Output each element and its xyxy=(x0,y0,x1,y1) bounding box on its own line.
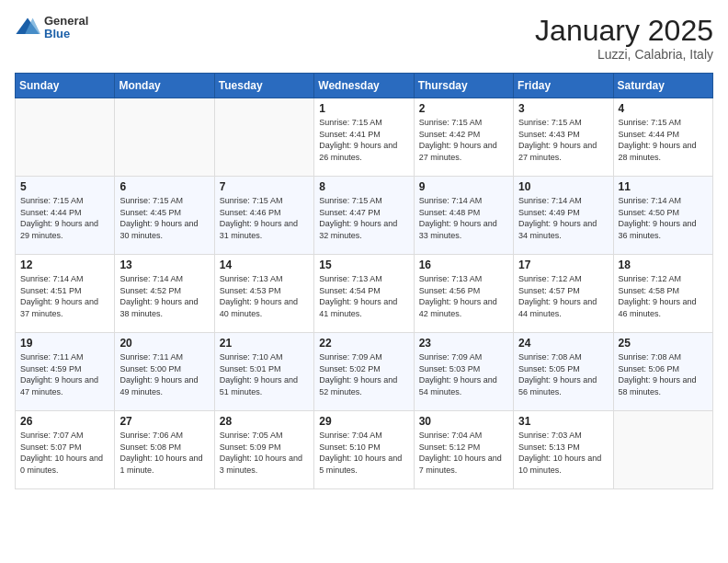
day-number: 2 xyxy=(419,102,508,115)
calendar-cell: 4Sunrise: 7:15 AM Sunset: 4:44 PM Daylig… xyxy=(613,98,712,177)
day-info: Sunrise: 7:15 AM Sunset: 4:46 PM Dayligh… xyxy=(220,195,309,241)
calendar-cell: 14Sunrise: 7:13 AM Sunset: 4:53 PM Dayli… xyxy=(214,255,313,333)
day-number: 7 xyxy=(220,180,309,193)
day-number: 13 xyxy=(119,259,209,271)
weekday-header-tuesday: Tuesday xyxy=(214,74,313,98)
calendar-cell: 10Sunrise: 7:14 AM Sunset: 4:49 PM Dayli… xyxy=(514,177,613,255)
day-number: 14 xyxy=(220,259,309,271)
calendar-cell: 21Sunrise: 7:10 AM Sunset: 5:01 PM Dayli… xyxy=(214,333,313,411)
calendar-cell: 12Sunrise: 7:14 AM Sunset: 4:51 PM Dayli… xyxy=(16,255,115,333)
location: Luzzi, Calabria, Italy xyxy=(535,47,713,62)
day-number: 31 xyxy=(518,415,608,428)
day-info: Sunrise: 7:09 AM Sunset: 5:02 PM Dayligh… xyxy=(319,351,408,397)
logo-general: General xyxy=(44,15,88,28)
day-number: 10 xyxy=(518,180,608,193)
calendar-cell: 29Sunrise: 7:04 AM Sunset: 5:10 PM Dayli… xyxy=(314,411,414,489)
day-info: Sunrise: 7:15 AM Sunset: 4:44 PM Dayligh… xyxy=(619,117,708,163)
day-number: 23 xyxy=(419,337,508,350)
day-info: Sunrise: 7:07 AM Sunset: 5:07 PM Dayligh… xyxy=(20,430,109,476)
day-info: Sunrise: 7:12 AM Sunset: 4:58 PM Dayligh… xyxy=(619,273,708,319)
day-info: Sunrise: 7:11 AM Sunset: 4:59 PM Dayligh… xyxy=(20,351,109,397)
calendar-cell: 16Sunrise: 7:13 AM Sunset: 4:56 PM Dayli… xyxy=(414,255,513,333)
calendar-cell: 15Sunrise: 7:13 AM Sunset: 4:54 PM Dayli… xyxy=(314,255,414,333)
day-info: Sunrise: 7:14 AM Sunset: 4:49 PM Dayligh… xyxy=(518,195,608,241)
calendar-cell: 27Sunrise: 7:06 AM Sunset: 5:08 PM Dayli… xyxy=(115,411,214,489)
day-number: 4 xyxy=(619,102,708,115)
calendar-cell: 9Sunrise: 7:14 AM Sunset: 4:48 PM Daylig… xyxy=(414,177,513,255)
logo-text: General Blue xyxy=(44,15,88,41)
day-number: 18 xyxy=(619,259,708,271)
day-info: Sunrise: 7:15 AM Sunset: 4:44 PM Dayligh… xyxy=(20,195,109,241)
week-row-4: 19Sunrise: 7:11 AM Sunset: 4:59 PM Dayli… xyxy=(16,333,713,411)
day-info: Sunrise: 7:15 AM Sunset: 4:45 PM Dayligh… xyxy=(119,195,209,241)
calendar-cell: 7Sunrise: 7:15 AM Sunset: 4:46 PM Daylig… xyxy=(214,177,313,255)
calendar-cell: 30Sunrise: 7:04 AM Sunset: 5:12 PM Dayli… xyxy=(414,411,513,489)
calendar-cell: 6Sunrise: 7:15 AM Sunset: 4:45 PM Daylig… xyxy=(115,177,214,255)
calendar-cell: 25Sunrise: 7:08 AM Sunset: 5:06 PM Dayli… xyxy=(613,333,712,411)
day-info: Sunrise: 7:15 AM Sunset: 4:47 PM Dayligh… xyxy=(319,195,408,241)
day-info: Sunrise: 7:05 AM Sunset: 5:09 PM Dayligh… xyxy=(220,430,309,476)
day-info: Sunrise: 7:13 AM Sunset: 4:53 PM Dayligh… xyxy=(220,273,309,319)
day-info: Sunrise: 7:15 AM Sunset: 4:41 PM Dayligh… xyxy=(319,117,408,163)
day-number: 29 xyxy=(319,415,408,428)
logo: General Blue xyxy=(15,15,88,41)
month-title: January 2025 xyxy=(535,15,713,47)
day-info: Sunrise: 7:12 AM Sunset: 4:57 PM Dayligh… xyxy=(518,273,608,319)
day-number: 26 xyxy=(20,415,109,428)
day-info: Sunrise: 7:14 AM Sunset: 4:51 PM Dayligh… xyxy=(20,273,109,319)
day-number: 3 xyxy=(518,102,608,115)
day-number: 19 xyxy=(20,337,109,350)
day-number: 9 xyxy=(419,180,508,193)
weekday-header-row: SundayMondayTuesdayWednesdayThursdayFrid… xyxy=(16,74,713,98)
day-info: Sunrise: 7:08 AM Sunset: 5:06 PM Dayligh… xyxy=(619,351,708,397)
weekday-header-monday: Monday xyxy=(115,74,214,98)
week-row-3: 12Sunrise: 7:14 AM Sunset: 4:51 PM Dayli… xyxy=(16,255,713,333)
calendar-table: SundayMondayTuesdayWednesdayThursdayFrid… xyxy=(15,73,713,489)
day-number: 1 xyxy=(319,102,408,115)
calendar-cell xyxy=(613,411,712,489)
weekday-header-thursday: Thursday xyxy=(414,74,513,98)
day-info: Sunrise: 7:03 AM Sunset: 5:13 PM Dayligh… xyxy=(518,430,608,476)
day-info: Sunrise: 7:08 AM Sunset: 5:05 PM Dayligh… xyxy=(518,351,608,397)
day-info: Sunrise: 7:13 AM Sunset: 4:56 PM Dayligh… xyxy=(419,273,508,319)
day-number: 24 xyxy=(518,337,608,350)
day-number: 6 xyxy=(119,180,209,193)
weekday-header-friday: Friday xyxy=(514,74,613,98)
title-area: January 2025 Luzzi, Calabria, Italy xyxy=(535,15,713,62)
day-info: Sunrise: 7:04 AM Sunset: 5:10 PM Dayligh… xyxy=(319,430,408,476)
day-number: 30 xyxy=(419,415,508,428)
weekday-header-sunday: Sunday xyxy=(16,74,115,98)
day-number: 17 xyxy=(518,259,608,271)
day-info: Sunrise: 7:13 AM Sunset: 4:54 PM Dayligh… xyxy=(319,273,408,319)
day-info: Sunrise: 7:15 AM Sunset: 4:42 PM Dayligh… xyxy=(419,117,508,163)
day-number: 28 xyxy=(220,415,309,428)
day-info: Sunrise: 7:14 AM Sunset: 4:52 PM Dayligh… xyxy=(119,273,209,319)
day-info: Sunrise: 7:14 AM Sunset: 4:48 PM Dayligh… xyxy=(419,195,508,241)
calendar-cell: 31Sunrise: 7:03 AM Sunset: 5:13 PM Dayli… xyxy=(514,411,613,489)
week-row-5: 26Sunrise: 7:07 AM Sunset: 5:07 PM Dayli… xyxy=(16,411,713,489)
calendar-cell: 26Sunrise: 7:07 AM Sunset: 5:07 PM Dayli… xyxy=(16,411,115,489)
day-info: Sunrise: 7:10 AM Sunset: 5:01 PM Dayligh… xyxy=(220,351,309,397)
calendar-cell: 19Sunrise: 7:11 AM Sunset: 4:59 PM Dayli… xyxy=(16,333,115,411)
day-number: 12 xyxy=(20,259,109,271)
day-info: Sunrise: 7:06 AM Sunset: 5:08 PM Dayligh… xyxy=(119,430,209,476)
weekday-header-saturday: Saturday xyxy=(613,74,712,98)
week-row-2: 5Sunrise: 7:15 AM Sunset: 4:44 PM Daylig… xyxy=(16,177,713,255)
calendar-cell: 17Sunrise: 7:12 AM Sunset: 4:57 PM Dayli… xyxy=(514,255,613,333)
calendar-cell: 1Sunrise: 7:15 AM Sunset: 4:41 PM Daylig… xyxy=(314,98,414,177)
calendar-cell xyxy=(16,98,115,177)
weekday-header-wednesday: Wednesday xyxy=(314,74,414,98)
day-info: Sunrise: 7:04 AM Sunset: 5:12 PM Dayligh… xyxy=(419,430,508,476)
day-info: Sunrise: 7:09 AM Sunset: 5:03 PM Dayligh… xyxy=(419,351,508,397)
calendar-cell: 20Sunrise: 7:11 AM Sunset: 5:00 PM Dayli… xyxy=(115,333,214,411)
day-number: 11 xyxy=(619,180,708,193)
calendar-cell: 23Sunrise: 7:09 AM Sunset: 5:03 PM Dayli… xyxy=(414,333,513,411)
day-number: 8 xyxy=(319,180,408,193)
day-number: 27 xyxy=(119,415,209,428)
day-number: 5 xyxy=(20,180,109,193)
day-info: Sunrise: 7:11 AM Sunset: 5:00 PM Dayligh… xyxy=(119,351,209,397)
calendar-cell: 18Sunrise: 7:12 AM Sunset: 4:58 PM Dayli… xyxy=(613,255,712,333)
day-info: Sunrise: 7:14 AM Sunset: 4:50 PM Dayligh… xyxy=(619,195,708,241)
calendar-cell: 8Sunrise: 7:15 AM Sunset: 4:47 PM Daylig… xyxy=(314,177,414,255)
calendar-cell: 28Sunrise: 7:05 AM Sunset: 5:09 PM Dayli… xyxy=(214,411,313,489)
